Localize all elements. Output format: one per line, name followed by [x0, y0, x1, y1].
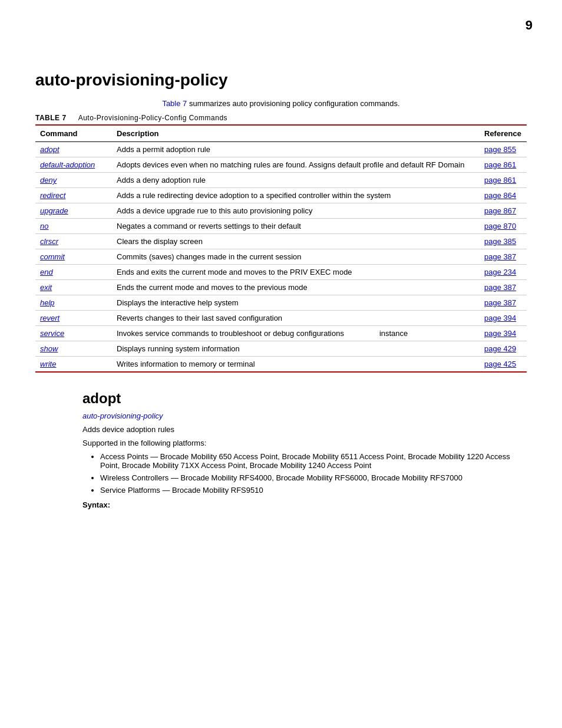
table-row: clrscrClears the display screenpage 385 — [35, 234, 527, 249]
cmd-cell[interactable]: upgrade — [35, 203, 112, 219]
ref-cell[interactable]: page 861 — [480, 157, 527, 173]
table-row: serviceInvokes service commands to troub… — [35, 326, 527, 341]
desc-cell: Clears the display screen — [112, 234, 480, 249]
ref-cell[interactable]: page 234 — [480, 265, 527, 280]
cmd-cell[interactable]: default-adoption — [35, 157, 112, 173]
cmd-cell[interactable]: exit — [35, 280, 112, 295]
table-label-row: TABLE 7Auto-Provisioning-Policy-Config C… — [35, 114, 527, 122]
ref-cell[interactable]: page 394 — [480, 326, 527, 341]
table-row: writeWrites information to memory or ter… — [35, 357, 527, 373]
table-intro: Table 7 summarizes auto provisioning pol… — [35, 99, 527, 108]
table7-link[interactable]: Table 7 — [162, 99, 187, 108]
cmd-cell[interactable]: help — [35, 295, 112, 311]
desc-cell: Adds a deny adoption rule — [112, 173, 480, 188]
desc-cell: Reverts changes to their last saved conf… — [112, 311, 480, 326]
cmd-cell[interactable]: no — [35, 219, 112, 234]
ref-cell[interactable]: page 429 — [480, 341, 527, 357]
header-description: Description — [112, 125, 480, 142]
ref-cell[interactable]: page 870 — [480, 219, 527, 234]
desc-cell: Displays the interactive help system — [112, 295, 480, 311]
ref-cell[interactable]: page 864 — [480, 188, 527, 203]
ref-cell[interactable]: page 385 — [480, 234, 527, 249]
desc-cell: Adds a rule redirecting device adoption … — [112, 188, 480, 203]
ref-cell[interactable]: page 387 — [480, 249, 527, 265]
cmd-cell[interactable]: clrscr — [35, 234, 112, 249]
desc-cell: Adds a permit adoption rule — [112, 142, 480, 157]
table-row: commitCommits (saves) changes made in th… — [35, 249, 527, 265]
ref-cell[interactable]: page 861 — [480, 173, 527, 188]
cmd-cell[interactable]: write — [35, 357, 112, 373]
header-command: Command — [35, 125, 112, 142]
ref-cell[interactable]: page 867 — [480, 203, 527, 219]
ref-cell[interactable]: page 387 — [480, 280, 527, 295]
cmd-cell[interactable]: end — [35, 265, 112, 280]
adopt-section-link[interactable]: auto-provisioning-policy — [35, 411, 527, 420]
table-row: endEnds and exits the current mode and m… — [35, 265, 527, 280]
ref-cell[interactable]: page 387 — [480, 295, 527, 311]
table-row: default-adoptionAdopts devices even when… — [35, 157, 527, 173]
header-reference: Reference — [480, 125, 527, 142]
adopt-title: adopt — [35, 390, 527, 407]
table-row: showDisplays running system informationp… — [35, 341, 527, 357]
page-number: 9 — [525, 18, 533, 33]
adopt-desc2: Supported in the following platforms: — [35, 439, 527, 447]
desc-cell: Negates a command or reverts settings to… — [112, 219, 480, 234]
desc-cell: Adopts devices even when no matching rul… — [112, 157, 480, 173]
table-header-row: Command Description Reference — [35, 125, 527, 142]
table-row: revertReverts changes to their last save… — [35, 311, 527, 326]
cmd-cell[interactable]: deny — [35, 173, 112, 188]
cmd-cell[interactable]: adopt — [35, 142, 112, 157]
desc-cell: Ends the current mode and moves to the p… — [112, 280, 480, 295]
list-item: Wireless Controllers — Brocade Mobility … — [100, 473, 527, 482]
ref-cell[interactable]: page 855 — [480, 142, 527, 157]
cmd-cell[interactable]: revert — [35, 311, 112, 326]
adopt-section: adopt auto-provisioning-policy Adds devi… — [35, 390, 527, 509]
desc-cell: Invokes service commands to troubleshoot… — [112, 326, 480, 341]
cmd-cell[interactable]: service — [35, 326, 112, 341]
ref-cell[interactable]: page 394 — [480, 311, 527, 326]
desc-cell: Ends and exits the current mode and move… — [112, 265, 480, 280]
desc-cell: Writes information to memory or terminal — [112, 357, 480, 373]
table-title-text: Auto-Provisioning-Policy-Config Commands — [78, 114, 227, 122]
main-title: auto-provisioning-policy — [35, 71, 527, 90]
syntax-label: Syntax: — [35, 500, 527, 509]
desc-cell: Displays running system information — [112, 341, 480, 357]
platform-list: Access Points — Brocade Mobility 650 Acc… — [35, 452, 527, 495]
desc-cell: Adds a device upgrade rue to this auto p… — [112, 203, 480, 219]
cmd-cell[interactable]: redirect — [35, 188, 112, 203]
table-row: exitEnds the current mode and moves to t… — [35, 280, 527, 295]
list-item: Access Points — Brocade Mobility 650 Acc… — [100, 452, 527, 470]
table-prefix: TABLE 7 — [35, 114, 67, 122]
list-item: Service Platforms — Brocade Mobility RFS… — [100, 486, 527, 495]
table-row: adoptAdds a permit adoption rulepage 855 — [35, 142, 527, 157]
table-row: helpDisplays the interactive help system… — [35, 295, 527, 311]
table-row: noNegates a command or reverts settings … — [35, 219, 527, 234]
table-row: upgradeAdds a device upgrade rue to this… — [35, 203, 527, 219]
table-row: denyAdds a deny adoption rulepage 861 — [35, 173, 527, 188]
desc-cell: Commits (saves) changes made in the curr… — [112, 249, 480, 265]
table-intro-text: summarizes auto provisioning policy conf… — [187, 99, 399, 108]
command-table: Command Description Reference adoptAdds … — [35, 124, 527, 373]
cmd-cell[interactable]: show — [35, 341, 112, 357]
table-row: redirectAdds a rule redirecting device a… — [35, 188, 527, 203]
cmd-cell[interactable]: commit — [35, 249, 112, 265]
ref-cell[interactable]: page 425 — [480, 357, 527, 373]
adopt-desc1: Adds device adoption rules — [35, 425, 527, 434]
